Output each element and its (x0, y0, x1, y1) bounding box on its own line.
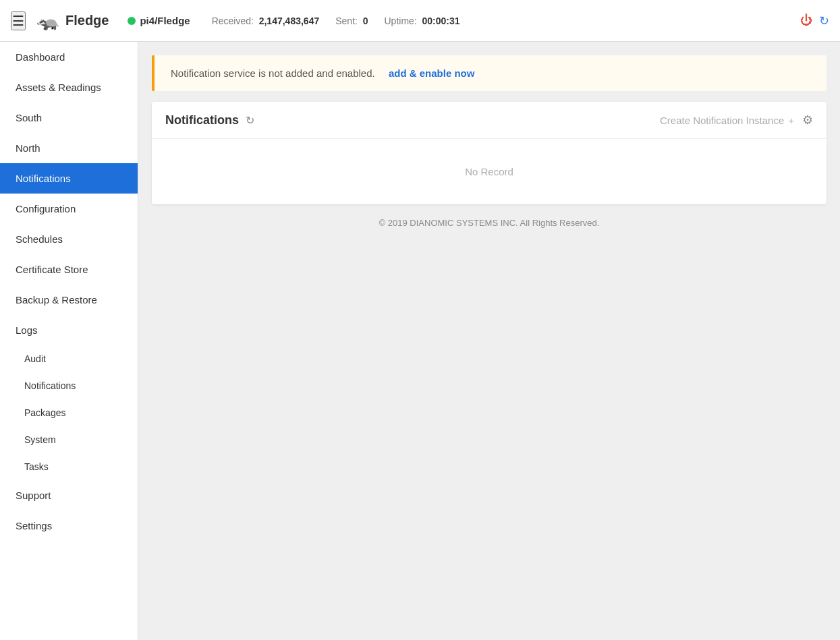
sent-stat: Sent: 0 (335, 16, 368, 26)
sidebar-item-south[interactable]: South (0, 103, 138, 133)
logo-icon: 🦡 (36, 9, 60, 32)
sidebar-sub-label-notifications-log: Notifications (24, 380, 76, 391)
sidebar-label-support: Support (16, 490, 51, 501)
sidebar-item-north[interactable]: North (0, 133, 138, 163)
notifications-card-title: Notifications (165, 113, 239, 127)
sidebar-label-notifications: Notifications (16, 173, 71, 184)
sidebar-item-certificate-store[interactable]: Certificate Store (0, 254, 138, 285)
card-actions: Create Notification Instance + ⚙ (660, 113, 813, 127)
layout: Dashboard Assets & Readings South North … (0, 42, 840, 640)
instance-name: pi4/Fledge (140, 15, 190, 26)
sidebar-sub-item-packages[interactable]: Packages (0, 399, 138, 426)
create-notification-label: Create Notification Instance (660, 115, 784, 126)
uptime-value: 00:00:31 (422, 16, 460, 26)
sidebar-label-dashboard: Dashboard (16, 51, 65, 63)
warning-banner: Notification service is not added and en… (152, 55, 827, 91)
sidebar-label-backup-restore: Backup & Restore (16, 294, 97, 306)
notifications-card-body: No Record (152, 139, 827, 204)
sidebar-label-south: South (16, 112, 42, 123)
header-actions: ⏻ ↻ (800, 13, 829, 28)
sidebar-item-support[interactable]: Support (0, 480, 138, 511)
sent-label: Sent: (335, 16, 358, 26)
sidebar-label-north: North (16, 142, 40, 154)
header-refresh-button[interactable]: ↻ (819, 13, 829, 28)
received-stat: Received: 2,147,483,647 (212, 16, 320, 26)
logo-wrap: 🦡 Fledge (36, 9, 109, 32)
sidebar-item-settings[interactable]: Settings (0, 511, 138, 541)
sidebar-item-configuration[interactable]: Configuration (0, 194, 138, 224)
notifications-refresh-button[interactable]: ↻ (246, 114, 254, 127)
sidebar-sub-label-packages: Packages (24, 407, 65, 418)
no-record-text: No Record (465, 166, 513, 177)
main-content: Notification service is not added and en… (138, 42, 840, 640)
sidebar-label-settings: Settings (16, 520, 52, 531)
stats-bar: Received: 2,147,483,647 Sent: 0 Uptime: … (212, 16, 460, 26)
sidebar-sub-item-notifications-log[interactable]: Notifications (0, 372, 138, 399)
sidebar-sub-label-system: System (24, 434, 56, 445)
power-button[interactable]: ⏻ (800, 13, 812, 28)
hamburger-button[interactable]: ☰ (11, 11, 26, 30)
uptime-stat: Uptime: 00:00:31 (385, 16, 460, 26)
sidebar-label-logs: Logs (16, 324, 38, 336)
sidebar-item-logs[interactable]: Logs (0, 315, 138, 345)
add-enable-link[interactable]: add & enable now (389, 67, 475, 79)
uptime-label: Uptime: (385, 16, 417, 26)
status-indicator: pi4/Fledge (128, 15, 190, 26)
received-label: Received: (212, 16, 254, 26)
sidebar-sub-item-audit[interactable]: Audit (0, 345, 138, 372)
status-dot (128, 17, 136, 25)
sidebar-sub-label-audit: Audit (24, 353, 46, 364)
create-notification-plus-icon: + (788, 115, 794, 126)
received-value: 2,147,483,647 (259, 16, 320, 26)
sidebar-item-assets-readings[interactable]: Assets & Readings (0, 72, 138, 103)
sidebar-sub-label-tasks: Tasks (24, 461, 49, 472)
notifications-gear-button[interactable]: ⚙ (802, 113, 813, 127)
header: ☰ 🦡 Fledge pi4/Fledge Received: 2,147,48… (0, 0, 840, 42)
sidebar: Dashboard Assets & Readings South North … (0, 42, 138, 640)
sidebar-label-certificate-store: Certificate Store (16, 264, 88, 275)
sidebar-item-notifications[interactable]: Notifications (0, 163, 138, 194)
notifications-card: Notifications ↻ Create Notification Inst… (152, 102, 827, 204)
sent-value: 0 (363, 16, 368, 26)
footer-text: © 2019 DIANOMIC SYSTEMS INC. All Rights … (379, 218, 600, 228)
sidebar-sub-item-tasks[interactable]: Tasks (0, 453, 138, 480)
sidebar-label-configuration: Configuration (16, 203, 76, 214)
sidebar-item-dashboard[interactable]: Dashboard (0, 42, 138, 72)
sidebar-label-schedules: Schedules (16, 233, 63, 245)
sidebar-item-schedules[interactable]: Schedules (0, 224, 138, 254)
sidebar-label-assets-readings: Assets & Readings (16, 82, 101, 93)
sidebar-sub-item-system[interactable]: System (0, 426, 138, 453)
app-title: Fledge (65, 13, 109, 28)
warning-text: Notification service is not added and en… (171, 67, 375, 79)
notifications-card-header: Notifications ↻ Create Notification Inst… (152, 102, 827, 139)
footer: © 2019 DIANOMIC SYSTEMS INC. All Rights … (152, 204, 827, 241)
create-notification-button[interactable]: Create Notification Instance + (660, 115, 794, 126)
sidebar-item-backup-restore[interactable]: Backup & Restore (0, 285, 138, 315)
